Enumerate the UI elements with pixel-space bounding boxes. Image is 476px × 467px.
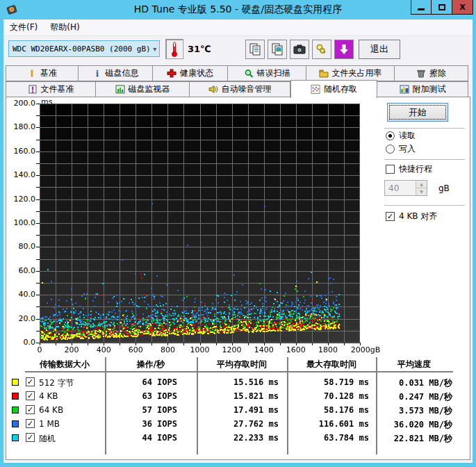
read-radio[interactable] — [386, 131, 395, 140]
cell-max-access: 58.176 ms — [279, 405, 369, 415]
series-checkbox[interactable]: ✓ — [26, 377, 35, 386]
series-color-swatch — [12, 393, 19, 400]
speaker-icon — [208, 85, 218, 94]
temperature-button[interactable] — [165, 39, 183, 59]
cell-avg-speed: 22.821 MB/秒 — [362, 433, 452, 445]
copy-text-button[interactable] — [245, 40, 265, 59]
y-axis-label: 20.0 — [8, 314, 35, 323]
cell-max-access: 116.601 ms — [279, 419, 369, 429]
menu-help[interactable]: 帮助(H) — [44, 19, 85, 35]
health-cross-icon — [167, 69, 177, 78]
short-stroke-row[interactable]: 快捷行程 — [386, 163, 432, 175]
series-checkbox[interactable]: ✓ — [26, 391, 35, 400]
tab-benchmark[interactable]: !基准 — [6, 65, 79, 81]
cell-avg-access: 22.233 ms — [188, 433, 279, 443]
drive-select[interactable]: WDC WD20EARX-00PASB0 (2000 gB) ▾ — [8, 40, 160, 57]
cell-iops: 57 IOPS — [87, 405, 177, 415]
write-radio[interactable] — [386, 145, 395, 154]
short-stroke-spinner[interactable]: 40 ▲ ▼ — [384, 180, 427, 196]
tab-label: 错误扫描 — [257, 67, 290, 79]
info-icon: i — [92, 69, 102, 78]
y-axis-label: 80.0 — [8, 242, 35, 251]
svg-text:!: ! — [31, 85, 34, 95]
lightning-icon: ! — [27, 69, 37, 78]
tab-disk-info[interactable]: i磁盘信息 — [79, 65, 153, 81]
start-button[interactable]: 开始 — [387, 103, 448, 122]
align-row[interactable]: ✓ 4 KB 对齐 — [386, 211, 437, 222]
copy-image-button[interactable] — [268, 40, 287, 59]
cell-avg-speed: 0.247 MB/秒 — [362, 391, 452, 403]
spinner-down-icon[interactable]: ▼ — [416, 188, 427, 195]
series-checkbox[interactable]: ✓ — [26, 405, 35, 414]
table-row: ✓4 KB63 IOPS15.821 ms70.128 ms0.247 MB/秒 — [6, 391, 471, 402]
cell-iops: 36 IOPS — [87, 419, 177, 429]
camera-icon — [293, 42, 306, 56]
tab-label: 自动噪音管理 — [222, 83, 272, 95]
tab-label: 磁盘监视器 — [129, 83, 170, 95]
spinner-up-icon[interactable]: ▲ — [416, 181, 427, 188]
tab-folder-usage[interactable]: 文件夹占用率 — [306, 65, 395, 81]
y-axis-label: 200.0 — [8, 99, 35, 108]
svg-text:i: i — [96, 69, 99, 78]
tab-label: 基准 — [40, 67, 57, 79]
tab-erase[interactable]: 擦除 — [395, 65, 468, 81]
series-checkbox[interactable]: ✓ — [26, 419, 35, 428]
series-label: 4 KB — [39, 391, 58, 401]
tab-label: 文件基准 — [41, 83, 74, 95]
keys-button[interactable] — [312, 40, 331, 59]
cell-max-access: 63.784 ms — [279, 433, 369, 443]
separator — [384, 159, 465, 160]
cell-avg-access: 27.762 ms — [188, 419, 279, 429]
cell-max-access: 70.128 ms — [279, 391, 369, 401]
separator — [384, 205, 465, 206]
toolbar: WDC WD20EARX-00PASB0 (2000 gB) ▾ 31℃ — [3, 37, 473, 65]
random-access-chart — [36, 104, 361, 347]
svg-text:!: ! — [30, 69, 33, 78]
series-label: 1 MB — [39, 419, 60, 429]
exit-button[interactable]: 退出 — [359, 40, 400, 59]
magnifier-icon — [244, 69, 254, 78]
series-color-swatch — [12, 379, 19, 386]
tab-row-1: !基准i磁盘信息健康状态错误扫描文件夹占用率擦除 — [6, 65, 470, 81]
x-axis-label: 1800 — [309, 345, 347, 354]
tab-label: 擦除 — [429, 67, 446, 79]
close-button[interactable]: X — [452, 0, 473, 15]
tab-error-scan[interactable]: 错误扫描 — [228, 65, 306, 81]
cell-avg-speed: 0.031 MB/秒 — [362, 377, 452, 389]
random-access-panel: ms 200.0180.0160.0140.0120.0100.080.060.… — [6, 97, 470, 460]
short-stroke-checkbox[interactable] — [386, 165, 395, 174]
titlebar: HD Tune 专业版 5.50 - 硬盘/固态硬盘实用程序 X — [0, 0, 476, 19]
align-4kb-checkbox[interactable]: ✓ — [386, 212, 395, 221]
update-button[interactable] — [334, 40, 354, 59]
maximize-button[interactable] — [432, 0, 452, 15]
write-radio-row[interactable]: 写入 — [386, 143, 416, 155]
minimize-button[interactable] — [411, 0, 432, 15]
table-header: 平均存取时间 — [193, 359, 290, 370]
tab-label: 随机存取 — [324, 83, 357, 95]
tab-file-benchmark[interactable]: !文件基准 — [6, 81, 96, 97]
tab-label: 文件夹占用率 — [332, 67, 382, 79]
y-axis-label: 180.0 — [8, 122, 35, 131]
screenshot-button[interactable] — [290, 40, 309, 59]
table-row: ✓512 字节64 IOPS15.516 ms58.719 ms0.031 MB… — [6, 377, 471, 388]
minimize-icon — [418, 8, 425, 10]
align-4kb-label: 4 KB 对齐 — [399, 211, 437, 222]
close-icon: X — [459, 3, 465, 12]
y-axis-label: 160.0 — [8, 147, 35, 156]
copy-image-icon — [270, 42, 284, 56]
tab-disk-monitor[interactable]: 磁盘监视器 — [96, 81, 190, 97]
cell-iops: 64 IOPS — [87, 377, 177, 387]
cell-avg-speed: 3.573 MB/秒 — [362, 405, 452, 417]
tab-aam[interactable]: 自动噪音管理 — [190, 81, 290, 97]
read-radio-row[interactable]: 读取 — [386, 130, 416, 142]
tab-health[interactable]: 健康状态 — [153, 65, 228, 81]
bar-monitor-icon — [115, 85, 125, 94]
menu-file[interactable]: 文件(F) — [3, 19, 44, 35]
series-label: 64 KB — [39, 405, 63, 415]
series-checkbox[interactable]: ✓ — [26, 433, 35, 442]
tab-extra-tests[interactable]: 附加测试 — [377, 81, 468, 97]
hdtune-window: HD Tune 专业版 5.50 - 硬盘/固态硬盘实用程序 X 文件(F) 帮… — [0, 0, 476, 467]
thermometer-icon — [170, 41, 179, 58]
table-row: ✓随机44 IOPS22.233 ms63.784 ms22.821 MB/秒 — [6, 432, 471, 444]
tab-random-access[interactable]: 随机存取 — [290, 80, 377, 98]
